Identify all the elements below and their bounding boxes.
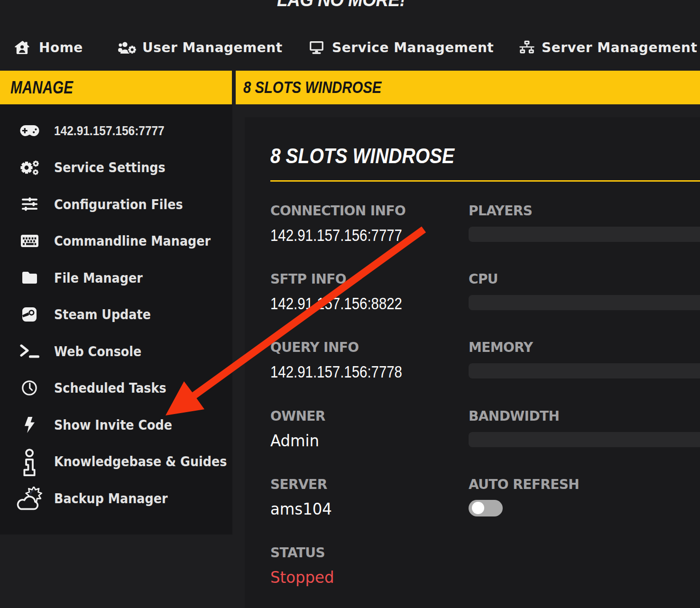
info-value: 142.91.157.156:8822 bbox=[270, 294, 437, 313]
info-value: 142.91.157.156:7777 bbox=[270, 226, 437, 245]
sidebar-item-label: Commandline Manager bbox=[54, 233, 211, 249]
info-label: SFTP INFO bbox=[270, 271, 465, 287]
sidebar-item-configuration-files[interactable]: Configuration Files bbox=[19, 186, 232, 223]
bolt-icon bbox=[19, 417, 40, 433]
sidebar-item-label: Configuration Files bbox=[54, 197, 183, 212]
nav-item-service-management[interactable]: Service Management bbox=[309, 39, 494, 56]
sidebar-item-label: Service Settings bbox=[54, 160, 166, 175]
progress-bar bbox=[469, 227, 700, 242]
nav-item-label: Home bbox=[39, 40, 83, 55]
sidebar-item-label: Backup Manager bbox=[54, 491, 167, 506]
panel-header: 8 SLOTS WINDROSE bbox=[236, 71, 700, 104]
info-value-status: Stopped bbox=[270, 568, 453, 587]
sidebar-item-label: File Manager bbox=[54, 270, 143, 286]
users-gear-icon bbox=[118, 41, 136, 54]
nav-item-label: User Management bbox=[142, 40, 283, 55]
display-icon bbox=[309, 40, 324, 55]
stat-label: CPU bbox=[469, 271, 700, 287]
sidebar-item-label: Knowledgebase & Guides bbox=[54, 454, 227, 469]
nav-item-label: Server Management bbox=[542, 40, 697, 55]
nav-item-user-management[interactable]: User Management bbox=[118, 39, 283, 56]
sidebar-menu: 142.91.157.156:7777Service SettingsConfi… bbox=[0, 104, 232, 517]
sidebar-header-text: MANAGE bbox=[10, 78, 73, 98]
keyboard-icon bbox=[19, 235, 40, 247]
info-value: ams104 bbox=[270, 499, 453, 518]
sidebar-item-label: Show Invite Code bbox=[54, 417, 172, 433]
terminal-icon bbox=[19, 344, 40, 358]
auto-refresh-label: AUTO REFRESH bbox=[469, 477, 700, 493]
info-row-connection-info: CONNECTION INFO142.91.157.156:7777 bbox=[270, 203, 465, 245]
sidebar-item-label: 142.91.157.156:7777 bbox=[54, 123, 165, 138]
sidebar-item-steam-update[interactable]: Steam Update bbox=[19, 296, 232, 333]
sidebar-item-142-91-157-156-7777[interactable]: 142.91.157.156:7777 bbox=[19, 112, 232, 149]
info-label: SERVER bbox=[270, 477, 465, 493]
progress-bar bbox=[469, 432, 700, 447]
stat-label: BANDWIDTH bbox=[469, 408, 700, 424]
house-user-icon bbox=[14, 40, 30, 55]
site-banner-text: LAG NO MORE! bbox=[277, 0, 405, 9]
gamepad-icon bbox=[19, 125, 40, 136]
stat-row-players: PLAYERS bbox=[469, 203, 700, 242]
info-person-icon bbox=[19, 447, 40, 476]
sidebar-header: MANAGE bbox=[0, 71, 232, 104]
sidebar-item-commandline-manager[interactable]: Commandline Manager bbox=[19, 223, 232, 260]
sliders-icon bbox=[19, 197, 40, 211]
auto-refresh-toggle[interactable] bbox=[469, 500, 503, 516]
panel-header-text: 8 SLOTS WINDROSE bbox=[243, 78, 381, 97]
network-icon bbox=[518, 40, 535, 55]
auto-refresh-row: AUTO REFRESH bbox=[469, 477, 700, 516]
steam-icon bbox=[19, 307, 40, 322]
stat-label: PLAYERS bbox=[469, 203, 700, 219]
top-band bbox=[0, 0, 700, 71]
nav-item-home[interactable]: Home bbox=[14, 39, 83, 56]
title-underline bbox=[270, 180, 700, 182]
info-label: CONNECTION INFO bbox=[270, 203, 465, 219]
info-label: STATUS bbox=[270, 545, 465, 561]
gears-icon bbox=[19, 160, 40, 175]
stat-row-memory: MEMORY bbox=[469, 340, 700, 378]
main-panel: 8 SLOTS WINDROSE CONNECTION INFO142.91.1… bbox=[245, 117, 700, 608]
stat-row-cpu: CPU bbox=[469, 271, 700, 310]
sidebar-item-web-console[interactable]: Web Console bbox=[19, 333, 232, 370]
sidebar-item-file-manager[interactable]: File Manager bbox=[19, 259, 232, 296]
toggle-thumb bbox=[472, 502, 484, 514]
info-row-server: SERVERams104 bbox=[270, 477, 465, 518]
sidebar-item-label: Steam Update bbox=[54, 307, 151, 322]
sidebar-item-scheduled-tasks[interactable]: Scheduled Tasks bbox=[19, 370, 232, 407]
info-label: OWNER bbox=[270, 408, 465, 424]
progress-bar bbox=[469, 363, 700, 378]
sidebar-item-label: Scheduled Tasks bbox=[54, 380, 166, 396]
sidebar-item-service-settings[interactable]: Service Settings bbox=[19, 149, 232, 186]
sidebar-item-show-invite-code[interactable]: Show Invite Code bbox=[19, 406, 232, 443]
sidebar-item-backup-manager[interactable]: Backup Manager bbox=[19, 480, 232, 517]
info-row-status: STATUSStopped bbox=[270, 545, 465, 587]
info-value: 142.91.157.156:7778 bbox=[270, 362, 437, 381]
progress-bar bbox=[469, 295, 700, 310]
sidebar-item-label: Web Console bbox=[54, 344, 141, 359]
stat-row-bandwidth: BANDWIDTH bbox=[469, 408, 700, 447]
cloud-backup-icon bbox=[19, 487, 40, 510]
info-row-owner: OWNERAdmin bbox=[270, 408, 465, 450]
nav-item-server-management[interactable]: Server Management bbox=[518, 39, 697, 56]
stat-label: MEMORY bbox=[469, 340, 700, 356]
sidebar-item-knowledgebase-guides[interactable]: Knowledgebase & Guides bbox=[19, 443, 232, 480]
info-value: Admin bbox=[270, 431, 453, 450]
info-row-sftp-info: SFTP INFO142.91.157.156:8822 bbox=[270, 271, 465, 313]
nav-item-label: Service Management bbox=[332, 40, 494, 55]
folder-icon bbox=[19, 272, 40, 284]
info-label: QUERY INFO bbox=[270, 340, 465, 356]
info-row-query-info: QUERY INFO142.91.157.156:7778 bbox=[270, 340, 465, 381]
page-title: 8 SLOTS WINDROSE bbox=[270, 146, 454, 166]
sidebar: 142.91.157.156:7777Service SettingsConfi… bbox=[0, 104, 232, 534]
clock-icon bbox=[19, 380, 40, 396]
